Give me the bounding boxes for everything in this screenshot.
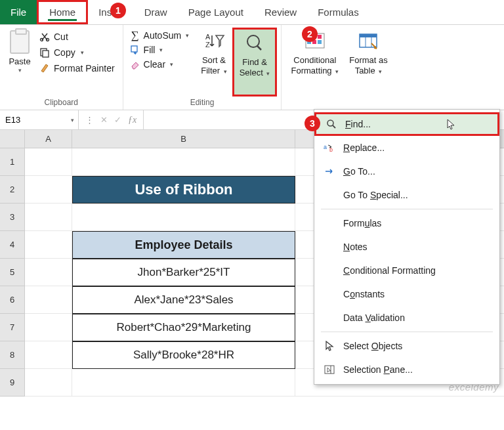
- autosum-button[interactable]: ∑ AutoSum ▾: [130, 30, 190, 41]
- menu-selection-pane[interactable]: Selection Pane...: [314, 358, 499, 381]
- menu-select-objects[interactable]: Select Objects: [314, 334, 499, 358]
- row-header[interactable]: 1: [0, 148, 25, 176]
- replace-icon: ab: [324, 142, 335, 154]
- menu-formulas[interactable]: Formulas: [314, 211, 499, 235]
- cell[interactable]: [25, 314, 72, 341]
- menu-replace[interactable]: ab Replace...: [314, 136, 499, 160]
- row-header[interactable]: 6: [0, 286, 25, 314]
- row-header[interactable]: 5: [0, 259, 25, 286]
- cell[interactable]: [25, 259, 72, 286]
- fx-icon[interactable]: ƒx: [128, 115, 136, 125]
- tab-formulas[interactable]: Formulas: [307, 0, 369, 24]
- copy-label: Copy: [54, 47, 75, 58]
- tab-page-layout[interactable]: Page Layout: [178, 0, 254, 24]
- cell[interactable]: [72, 148, 295, 176]
- name-box[interactable]: E13 ▾: [0, 110, 79, 129]
- cell[interactable]: [25, 341, 72, 369]
- selection-pane-icon: [324, 364, 335, 376]
- cell[interactable]: [25, 286, 72, 314]
- chevron-down-icon: ▾: [224, 68, 227, 75]
- tab-review[interactable]: Review: [254, 0, 307, 24]
- tab-file[interactable]: File: [0, 0, 37, 24]
- chevron-down-icon: ▾: [159, 47, 163, 53]
- menu-find[interactable]: Find...: [314, 112, 499, 136]
- sort-filter-label2: Filter: [201, 66, 220, 75]
- format-as-table-button[interactable]: Format as Table ▾: [344, 28, 393, 97]
- cell[interactable]: [25, 204, 72, 231]
- chevron-down-icon: ▾: [18, 67, 22, 74]
- enter-icon[interactable]: ✓: [114, 115, 121, 125]
- cell-data[interactable]: Alex*Jane*23*Sales: [72, 286, 295, 314]
- format-painter-label: Format Painter: [54, 63, 115, 74]
- goto-icon: [324, 165, 335, 177]
- row-header[interactable]: 2: [0, 176, 25, 204]
- autosum-label: AutoSum: [144, 30, 182, 41]
- row-header[interactable]: 8: [0, 341, 25, 369]
- cell-data[interactable]: Jhon*Barker*25*IT: [72, 259, 295, 286]
- sort-filter-icon: AZ: [203, 30, 225, 53]
- menu-goto[interactable]: Go To...: [314, 160, 499, 183]
- menu-formulas-label: Formulas: [343, 218, 381, 228]
- chevron-down-icon: ▾: [81, 49, 84, 56]
- col-header[interactable]: B: [72, 130, 295, 148]
- row-header[interactable]: 9: [0, 369, 25, 397]
- menu-dv-label: Data Validation: [343, 312, 405, 323]
- magnifier-icon: [326, 118, 337, 130]
- row-header[interactable]: 4: [0, 231, 25, 259]
- cut-label: Cut: [54, 32, 68, 42]
- menu-cf-label: Conditional Formatting: [343, 265, 436, 276]
- group-editing-label: Editing: [127, 97, 278, 110]
- tab-strip: File Home Insert Draw Page Layout Review…: [0, 0, 504, 25]
- cell[interactable]: [25, 176, 72, 204]
- row-header[interactable]: 7: [0, 314, 25, 341]
- cell[interactable]: [25, 148, 72, 176]
- cell[interactable]: [25, 231, 72, 259]
- select-all-corner[interactable]: [0, 130, 25, 148]
- find-select-label1: Find &: [242, 57, 267, 68]
- menu-notes-label: Notes: [343, 242, 368, 252]
- clear-button[interactable]: Clear ▾: [130, 59, 190, 70]
- cell-data[interactable]: Robert*Chao*29*Marketing: [72, 314, 295, 341]
- menu-selpane-label: Selection Pane...: [343, 364, 413, 375]
- menu-constants-label: Constants: [343, 289, 385, 299]
- menu-separator: [321, 209, 493, 209]
- copy-button[interactable]: Copy ▾: [39, 47, 115, 58]
- tab-home[interactable]: Home: [37, 0, 88, 24]
- cursor-icon: [446, 118, 458, 130]
- paste-button[interactable]: Paste ▾: [4, 28, 35, 97]
- menu-goto-special-label: Go To Special...: [343, 190, 408, 200]
- group-clipboard-label: Clipboard: [4, 97, 119, 110]
- svg-rect-4: [131, 46, 137, 52]
- svg-point-19: [327, 120, 333, 126]
- menu-notes[interactable]: Notes: [314, 235, 499, 259]
- cut-button[interactable]: Cut: [39, 32, 115, 42]
- cancel-icon[interactable]: ✕: [100, 115, 108, 125]
- chevron-down-icon: ▾: [71, 117, 74, 123]
- sort-filter-button[interactable]: AZ Sort & Filter ▾: [196, 28, 232, 97]
- brush-icon: [39, 63, 50, 74]
- svg-point-7: [247, 35, 259, 47]
- menu-goto-special[interactable]: Go To Special...: [314, 183, 499, 207]
- svg-text:Z: Z: [205, 41, 210, 49]
- menu-conditional-formatting[interactable]: Conditional Formatting: [314, 259, 499, 282]
- cell[interactable]: [72, 369, 295, 397]
- format-painter-button[interactable]: Format Painter: [39, 63, 115, 74]
- formula-bar-controls: ⋮ ✕ ✓ ƒx: [79, 110, 144, 129]
- dots-icon: ⋮: [85, 115, 94, 125]
- cell-title[interactable]: Use of Ribbon: [72, 176, 295, 204]
- cell-data[interactable]: Sally*Brooke*28*HR: [72, 341, 295, 369]
- cell[interactable]: [72, 204, 295, 231]
- svg-rect-11: [318, 35, 322, 39]
- menu-selobj-label: Select Objects: [343, 341, 402, 351]
- cell[interactable]: [25, 369, 72, 397]
- fill-button[interactable]: Fill ▾: [130, 45, 190, 55]
- menu-data-validation[interactable]: Data Validation: [314, 306, 499, 330]
- find-select-button[interactable]: Find & Select ▾: [232, 28, 278, 97]
- menu-constants[interactable]: Constants: [314, 282, 499, 306]
- callout-3: 3: [304, 116, 320, 131]
- cell-header[interactable]: Employee Details: [72, 231, 295, 259]
- row-header[interactable]: 3: [0, 204, 25, 231]
- svg-rect-14: [318, 40, 322, 44]
- col-header[interactable]: A: [25, 130, 72, 148]
- tab-draw[interactable]: Draw: [134, 0, 178, 24]
